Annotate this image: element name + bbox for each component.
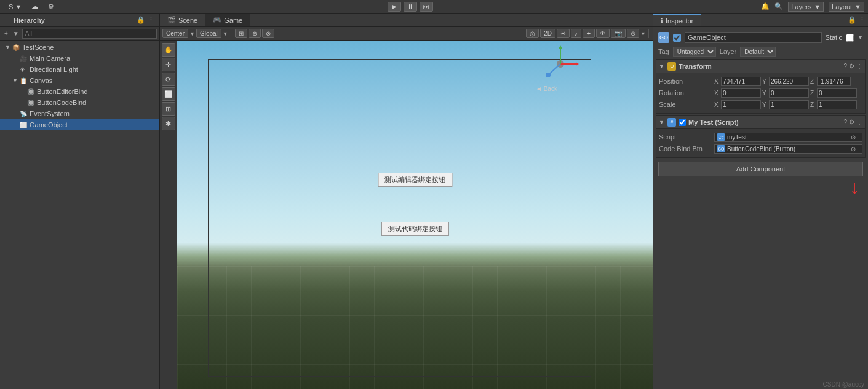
hierarchy-item-button-code-bind[interactable]: 🔘 ButtonCodeBind (0, 97, 159, 108)
tool-move[interactable]: ✛ (162, 58, 175, 71)
tool-hand[interactable]: ✋ (162, 43, 175, 57)
my-test-settings-icon[interactable]: ⚙ (849, 119, 854, 125)
menu-account[interactable]: S ▼ (4, 3, 26, 10)
transform-help-icon[interactable]: ? (843, 63, 847, 69)
hierarchy-lock-icon[interactable]: 🔒 (137, 16, 145, 24)
hierarchy-item-testscene[interactable]: ▼ 📦 TestScene (0, 42, 159, 53)
transform-settings-icon[interactable]: ⚙ (849, 63, 854, 69)
gizmo-svg[interactable] (542, 45, 579, 82)
scene-viewport[interactable]: 测试编辑器绑定按钮 测试代码绑定按钮 (177, 41, 653, 389)
inspector-more-icon[interactable]: ⋮ (859, 16, 866, 24)
tab-game[interactable]: 🎮 Game (205, 14, 250, 26)
hierarchy-item-main-camera[interactable]: 🎥 Main Camera (0, 53, 159, 64)
menu-settings[interactable]: ⚙ (43, 2, 59, 10)
menu-cloud[interactable]: ☁ (26, 2, 43, 10)
center-btn[interactable]: Center (162, 29, 188, 38)
snap-btn[interactable]: ⊕ (249, 29, 261, 38)
svg-line-5 (548, 64, 560, 75)
position-values: X Y Z (714, 77, 862, 86)
position-x-input[interactable] (721, 77, 761, 86)
hierarchy-item-event-system[interactable]: 📡 EventSystem (0, 108, 159, 119)
tool-transform[interactable]: ✱ (162, 117, 175, 130)
main-camera-label: Main Camera (30, 55, 70, 62)
layers-dropdown[interactable]: Layers ▼ (788, 2, 824, 12)
effect-btn[interactable]: ✦ (583, 29, 595, 38)
transform-component: ▼ ⊕ Transform ? ⚙ ⋮ Position (656, 59, 866, 114)
svg-marker-4 (559, 45, 562, 49)
rotation-z-input[interactable] (817, 88, 857, 98)
my-test-header[interactable]: ▼ # My Test (Script) ? ⚙ ⋮ (656, 116, 865, 129)
tool-rect[interactable]: ⊞ (162, 102, 175, 116)
testscene-arrow: ▼ (5, 44, 12, 50)
scene-btn-code[interactable]: 测试代码绑定按钮 (381, 222, 449, 236)
game-tab-label: Game (224, 17, 242, 24)
tool-rotate[interactable]: ⟳ (162, 73, 175, 86)
scale-y-input[interactable] (769, 100, 809, 109)
grid-btn[interactable]: ⊞ (235, 29, 247, 38)
scale-x-input[interactable] (721, 100, 761, 109)
static-arrow-icon[interactable]: ▼ (858, 34, 863, 41)
scene-tab-label: Scene (178, 17, 197, 24)
my-test-fields: Script C# myTest ⊙ Code Bind Btn GO Butt… (656, 129, 865, 157)
step-button[interactable]: ⏭ (420, 2, 433, 12)
scale-z-input[interactable] (817, 100, 857, 109)
go-icon-hier: ⬜ (20, 122, 28, 128)
tab-inspector[interactable]: ℹ Inspector (653, 14, 701, 26)
my-test-header-icons: ? ⚙ ⋮ (843, 119, 862, 125)
my-test-more-icon[interactable]: ⋮ (856, 119, 862, 125)
global-arrow[interactable]: ▼ (223, 31, 228, 37)
play-button[interactable]: ▶ (388, 2, 401, 12)
layout-dropdown[interactable]: Layout ▼ (829, 2, 864, 12)
scene-btn-editor[interactable]: 测试编辑器绑定按钮 (378, 173, 452, 187)
hidden-btn[interactable]: 👁 (596, 29, 610, 38)
dir-light-label: Directional Light (30, 66, 78, 73)
code-bind-target-btn[interactable]: ⊙ (851, 146, 859, 152)
rotation-y-input[interactable] (769, 88, 809, 98)
hierarchy-search-input[interactable] (22, 29, 157, 39)
position-y-input[interactable] (769, 77, 809, 86)
hierarchy-item-directional-light[interactable]: ☀ Directional Light (0, 64, 159, 75)
center-arrow[interactable]: ▼ (189, 31, 195, 37)
script-target-btn[interactable]: ⊙ (851, 134, 859, 141)
static-checkbox[interactable] (846, 34, 854, 42)
position-z-input[interactable] (817, 77, 851, 86)
hierarchy-add-btn[interactable]: + (2, 30, 10, 37)
tab-scene[interactable]: 🎬 Scene (160, 14, 205, 26)
gizmo-btn[interactable]: ⊗ (262, 29, 274, 38)
gizmos-arrow[interactable]: ▼ (640, 31, 646, 37)
layer-select[interactable]: Default (740, 47, 776, 57)
main-layout: ☰ Hierarchy 🔒 ⋮ + ▼ ▼ 📦 TestScene 🎥 M (0, 14, 868, 389)
cam-btn[interactable]: 📷 (611, 29, 626, 38)
hierarchy-more-icon[interactable]: ⋮ (148, 16, 154, 24)
add-component-button[interactable]: Add Component (658, 162, 863, 176)
hierarchy-item-gameobject[interactable]: ⬜ GameObject (0, 119, 159, 130)
hierarchy-item-canvas[interactable]: ▼ 📋 Canvas (0, 75, 159, 86)
top-right-controls: 🔔 🔍 Layers ▼ Layout ▼ (761, 2, 864, 12)
my-test-enabled-checkbox[interactable] (679, 119, 686, 126)
transform-header[interactable]: ▼ ⊕ Transform ? ⚙ ⋮ (656, 60, 865, 73)
inspector-lock-icon[interactable]: 🔒 (848, 16, 856, 24)
tag-select[interactable]: Untagged (673, 47, 716, 57)
render-group: ◎ 2D ☀ ♪ ✦ 👁 📷 ⊙ ▼ (526, 29, 649, 38)
search-icon[interactable]: 🔍 (774, 2, 783, 10)
rotation-x-input[interactable] (721, 88, 761, 98)
gameobject-active-checkbox[interactable] (673, 34, 681, 42)
red-arrow-annotation: ↑ (850, 180, 859, 200)
gameobject-name-input[interactable] (685, 32, 822, 43)
tool-scale[interactable]: ⬜ (162, 87, 175, 101)
scale-y-coord: Y (762, 100, 809, 109)
code-bind-field-row: Code Bind Btn GO ButtonCodeBind (Button)… (659, 143, 862, 154)
back-label[interactable]: ◄ Back (536, 85, 557, 92)
global-btn[interactable]: Global (196, 29, 221, 38)
pause-button[interactable]: ⏸ (404, 2, 417, 12)
layout-arrow-icon: ▼ (854, 3, 861, 10)
my-test-help-icon[interactable]: ? (843, 119, 847, 125)
hierarchy-dropdown-btn[interactable]: ▼ (11, 30, 21, 37)
transform-more-icon[interactable]: ⋮ (856, 63, 862, 69)
gizmos-btn[interactable]: ⊙ (627, 29, 639, 38)
light-btn[interactable]: ☀ (557, 29, 570, 38)
hierarchy-item-button-editor-bind[interactable]: 🔘 ButtonEditorBind (0, 86, 159, 97)
audio-btn[interactable]: ♪ (571, 29, 581, 38)
fx-btn[interactable]: ◎ (526, 29, 539, 38)
2d-btn[interactable]: 2D (540, 29, 555, 38)
